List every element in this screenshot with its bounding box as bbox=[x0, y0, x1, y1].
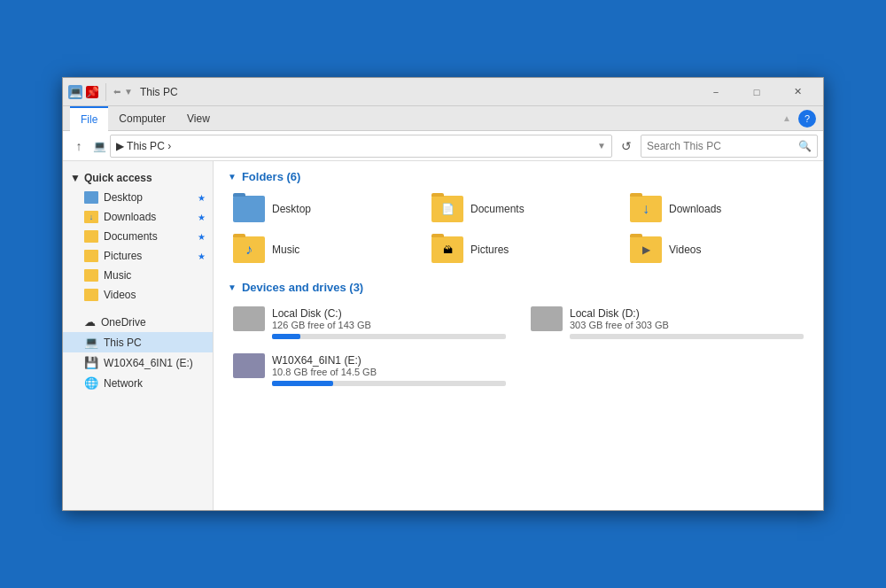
desktop-folder-large-icon bbox=[233, 196, 265, 222]
sidebar-w10x64-label: W10X64_6IN1 (E:) bbox=[104, 357, 193, 369]
chevron-down-icon: ▼ bbox=[70, 172, 81, 184]
sidebar-item-downloads[interactable]: ↓ Downloads ★ bbox=[63, 207, 213, 227]
drive-c-info: Local Disk (C:) 126 GB free of 143 GB bbox=[272, 307, 371, 330]
drive-d-name: Local Disk (D:) bbox=[570, 307, 669, 320]
drive-d-icon bbox=[531, 306, 563, 331]
address-path[interactable]: ▶ This PC › ▼ bbox=[110, 135, 612, 158]
folders-section-header[interactable]: ▼ Folders (6) bbox=[228, 170, 809, 183]
drive-d[interactable]: Local Disk (D:) 303 GB free of 303 GB bbox=[525, 303, 809, 343]
devices-section-label: Devices and drives (3) bbox=[242, 281, 363, 294]
pin-badge-desktop: ★ bbox=[198, 193, 206, 203]
pictures-folder-label: Pictures bbox=[470, 244, 509, 256]
devices-section-header[interactable]: ▼ Devices and drives (3) bbox=[228, 281, 809, 294]
videos-folder-large-icon bbox=[630, 236, 662, 263]
folder-downloads[interactable]: Downloads bbox=[625, 192, 809, 226]
window-icon: 💻 bbox=[68, 85, 82, 99]
downloads-arrow-icon: ↓ bbox=[89, 213, 94, 221]
search-box[interactable]: 🔍 bbox=[641, 135, 818, 158]
videos-folder-label: Videos bbox=[669, 244, 701, 256]
drive-e-progress-bar bbox=[272, 381, 506, 386]
ribbon-expand-icon[interactable]: ▲ bbox=[782, 113, 791, 123]
drive-c[interactable]: Local Disk (C:) 126 GB free of 143 GB bbox=[228, 303, 511, 343]
sidebar-desktop-label: Desktop bbox=[104, 191, 143, 204]
drive-e-free: 10.8 GB free of 14.5 GB bbox=[272, 367, 377, 377]
back-button[interactable]: ↑ bbox=[68, 135, 89, 157]
title-bar-icons: 💻 📌 ⬅ ▼ bbox=[68, 83, 133, 101]
sidebar: ▼ Quick access Desktop ★ ↓ Downloads ★ D… bbox=[63, 161, 214, 510]
drive-d-free: 303 GB free of 303 GB bbox=[570, 320, 669, 330]
sidebar-music-label: Music bbox=[104, 269, 131, 282]
ribbon: File Computer View ▲ ? bbox=[63, 106, 823, 131]
sidebar-item-onedrive[interactable]: ☁ OneDrive bbox=[63, 312, 213, 332]
sidebar-item-network[interactable]: 🌐 Network bbox=[63, 373, 213, 393]
quick-access-label: Quick access bbox=[84, 172, 152, 184]
onedrive-icon: ☁ bbox=[84, 315, 96, 329]
drive-c-free: 126 GB free of 143 GB bbox=[272, 320, 371, 330]
folder-desktop[interactable]: Desktop bbox=[228, 192, 412, 226]
downloads-folder-label: Downloads bbox=[669, 203, 721, 215]
drive-c-progress-bar bbox=[272, 334, 506, 339]
drive-c-name: Local Disk (C:) bbox=[272, 307, 371, 320]
sidebar-item-documents[interactable]: Documents ★ bbox=[63, 227, 213, 246]
close-button[interactable]: ✕ bbox=[777, 78, 818, 106]
sidebar-thispc-label: This PC bbox=[104, 337, 142, 349]
folder-pictures[interactable]: 🏔 Pictures bbox=[426, 233, 610, 267]
pin-badge-pictures: ★ bbox=[198, 251, 206, 261]
maximize-button[interactable]: □ bbox=[736, 78, 777, 106]
sidebar-item-desktop[interactable]: Desktop ★ bbox=[63, 188, 213, 207]
pin-icon[interactable]: 📌 bbox=[86, 86, 98, 98]
sidebar-downloads-label: Downloads bbox=[104, 211, 156, 223]
drive-d-info: Local Disk (D:) 303 GB free of 303 GB bbox=[570, 307, 669, 330]
sidebar-item-pictures[interactable]: Pictures ★ bbox=[63, 246, 213, 266]
drive-c-progress-fill bbox=[272, 334, 300, 339]
sidebar-item-thispc[interactable]: 💻 This PC bbox=[63, 332, 213, 352]
pictures-folder-icon bbox=[84, 250, 98, 262]
music-folder-icon bbox=[84, 269, 98, 282]
drive-d-progress-bar bbox=[570, 334, 804, 339]
down-arrow-icon[interactable]: ▼ bbox=[124, 87, 133, 97]
folders-grid: Desktop Documents Downloads Music 🏔 bbox=[228, 192, 809, 267]
desktop-folder-icon bbox=[84, 191, 98, 204]
folder-music[interactable]: Music bbox=[228, 233, 412, 267]
title-bar: 💻 📌 ⬅ ▼ This PC − □ ✕ bbox=[63, 78, 823, 106]
tab-file[interactable]: File bbox=[70, 106, 108, 131]
folders-section-label: Folders (6) bbox=[242, 170, 300, 183]
undo-icon[interactable]: ⬅ bbox=[113, 87, 120, 97]
drives-grid: Local Disk (C:) 126 GB free of 143 GB bbox=[228, 303, 809, 390]
title-bar-separator bbox=[105, 83, 106, 101]
drive-e-info: W10X64_6IN1 (E:) 10.8 GB free of 14.5 GB bbox=[272, 354, 377, 377]
minimize-button[interactable]: − bbox=[696, 78, 736, 106]
documents-folder-icon bbox=[84, 230, 98, 243]
documents-folder-label: Documents bbox=[470, 203, 525, 215]
main-content: ▼ Quick access Desktop ★ ↓ Downloads ★ D… bbox=[63, 161, 823, 510]
help-button[interactable]: ? bbox=[798, 110, 816, 128]
sidebar-item-videos[interactable]: Videos bbox=[63, 285, 213, 305]
search-icon: 🔍 bbox=[798, 140, 812, 152]
folder-videos[interactable]: Videos bbox=[625, 233, 809, 267]
tab-view[interactable]: View bbox=[176, 106, 221, 131]
address-bar: ↑ 💻 ▶ This PC › ▼ ↺ 🔍 bbox=[63, 131, 823, 161]
computer-icon: 💻 bbox=[93, 140, 106, 152]
window-controls: − □ ✕ bbox=[696, 78, 818, 106]
sidebar-item-w10x64[interactable]: 💾 W10X64_6IN1 (E:) bbox=[63, 352, 213, 373]
content-area: ▼ Folders (6) Desktop Documents Download… bbox=[214, 161, 823, 510]
sidebar-pictures-label: Pictures bbox=[104, 250, 142, 262]
drive-e-large-icon bbox=[233, 353, 265, 378]
folder-documents[interactable]: Documents bbox=[426, 192, 610, 226]
drive-c-icon bbox=[233, 306, 265, 331]
sidebar-documents-label: Documents bbox=[104, 230, 158, 243]
file-explorer-window: 💻 📌 ⬅ ▼ This PC − □ ✕ File Computer View… bbox=[62, 77, 824, 511]
address-dropdown-icon[interactable]: ▼ bbox=[597, 141, 606, 151]
downloads-folder-large-icon bbox=[630, 196, 662, 222]
sidebar-onedrive-label: OneDrive bbox=[101, 316, 146, 329]
sidebar-item-music[interactable]: Music bbox=[63, 266, 213, 285]
drive-e[interactable]: W10X64_6IN1 (E:) 10.8 GB free of 14.5 GB bbox=[228, 350, 511, 390]
window-title: This PC bbox=[140, 86, 696, 98]
drive-e-icon: 💾 bbox=[84, 356, 98, 369]
tab-computer[interactable]: Computer bbox=[108, 106, 176, 131]
search-input[interactable] bbox=[647, 140, 795, 152]
network-icon: 🌐 bbox=[84, 376, 98, 390]
documents-folder-large-icon bbox=[431, 196, 463, 222]
quick-access-header[interactable]: ▼ Quick access bbox=[63, 168, 213, 188]
refresh-button[interactable]: ↺ bbox=[616, 135, 637, 157]
